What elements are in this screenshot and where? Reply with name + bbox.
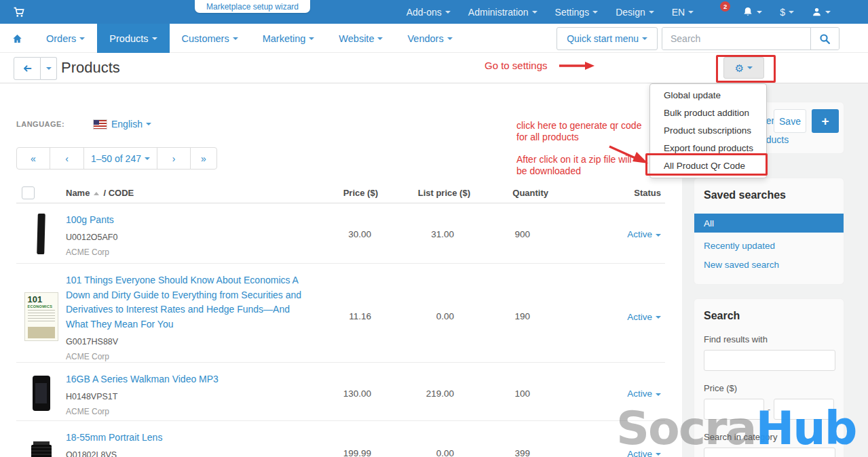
annotation-zip-note: After click on it a zip file will be dow… xyxy=(516,154,632,177)
add-product-button[interactable]: + xyxy=(812,109,839,133)
account-menu[interactable] xyxy=(812,7,831,17)
column-header-price[interactable]: Price ($) xyxy=(320,188,378,198)
product-image-book[interactable]: 101 ECONOMICS xyxy=(16,292,66,341)
column-header-name-code[interactable]: Name/ CODE xyxy=(66,188,320,198)
arrow-left-icon xyxy=(22,63,33,74)
menu-item-bulk-product-addition[interactable]: Bulk product addition xyxy=(650,104,766,121)
nav-item-orders[interactable]: Orders xyxy=(34,24,97,53)
chevron-down-icon xyxy=(532,11,537,14)
chevron-down-icon xyxy=(642,37,647,40)
book-cover-number: 101 xyxy=(28,295,55,304)
product-link[interactable]: 18-55mm Portrait Lens xyxy=(66,431,314,445)
topbar-item-addons[interactable]: Add-ons xyxy=(407,7,451,18)
product-quantity[interactable]: 190 xyxy=(470,311,548,321)
pagination-prev-button[interactable]: ‹ xyxy=(50,147,84,170)
product-company: ACME Corp xyxy=(66,407,314,416)
notification-badge: 2 xyxy=(720,1,730,12)
select-all-checkbox[interactable] xyxy=(22,186,35,199)
product-quantity[interactable]: 399 xyxy=(470,448,548,457)
chevron-down-icon xyxy=(649,11,654,14)
product-image-pants[interactable] xyxy=(16,214,66,254)
product-list-price[interactable]: 31.00 xyxy=(378,229,470,239)
status-dropdown[interactable]: Active xyxy=(627,449,661,457)
product-image-walkman[interactable] xyxy=(16,376,66,411)
pagination-first-button[interactable]: « xyxy=(16,147,50,170)
product-list-price[interactable]: 219.00 xyxy=(378,389,470,399)
table-header: Name/ CODE Price ($) List price ($) Quan… xyxy=(16,183,665,203)
saved-search-recently-updated[interactable]: Recently updated xyxy=(694,237,844,256)
product-quantity[interactable]: 900 xyxy=(470,229,548,239)
orders-label: Orders xyxy=(46,33,76,44)
price-to-input[interactable] xyxy=(774,399,834,420)
product-link[interactable]: 16GB A Series Walkman Video MP3 xyxy=(66,372,314,387)
gear-settings-button[interactable]: ⚙ xyxy=(723,57,764,79)
lens-body xyxy=(31,445,52,457)
notification-center-button[interactable]: 2 xyxy=(711,5,725,19)
pants-thumb xyxy=(37,214,45,254)
find-results-input[interactable] xyxy=(704,350,835,371)
nav-item-customers[interactable]: Customers xyxy=(170,24,250,53)
status-dropdown[interactable]: Active xyxy=(627,312,661,322)
cart-icon[interactable] xyxy=(10,5,27,20)
search-button[interactable] xyxy=(810,28,839,49)
nav-item-website[interactable]: Website xyxy=(326,24,395,53)
chevron-down-icon xyxy=(688,11,694,14)
marketplace-setup-wizard-button[interactable]: Marketplace setup wizard xyxy=(195,0,310,13)
nav-item-marketing[interactable]: Marketing xyxy=(250,24,327,53)
chevron-down-icon xyxy=(309,37,314,40)
chevron-down-icon xyxy=(233,37,238,40)
product-list-price[interactable]: 0.00 xyxy=(378,311,470,321)
design-label: Design xyxy=(616,7,645,18)
topbar-menu: Add-ons Administration Settings Design E… xyxy=(407,0,831,24)
menu-item-global-update[interactable]: Global update xyxy=(650,86,766,104)
menu-item-export-found-products[interactable]: Export found products xyxy=(650,139,766,157)
category-input[interactable] xyxy=(704,448,835,457)
product-list-price[interactable]: 0.00 xyxy=(378,448,470,457)
language-selector[interactable]: English xyxy=(111,119,151,130)
status-label: Active xyxy=(627,449,652,457)
menu-item-product-subscriptions[interactable]: Product subscriptions xyxy=(650,121,766,139)
status-dropdown[interactable]: Active xyxy=(627,389,661,399)
topbar-item-settings[interactable]: Settings xyxy=(555,7,599,18)
column-header-list-price[interactable]: List price ($) xyxy=(378,188,470,198)
pagination-range-dropdown[interactable]: 1–50 of 247 xyxy=(83,147,157,170)
chevron-down-icon xyxy=(825,11,831,14)
topbar-item-administration[interactable]: Administration xyxy=(468,7,537,18)
status-dropdown[interactable]: Active xyxy=(627,229,661,239)
saved-search-all[interactable]: All xyxy=(694,214,844,233)
pagination-next-button[interactable]: › xyxy=(157,147,191,170)
currency-menu[interactable]: $ xyxy=(780,7,794,18)
wizard-label: Marketplace setup wizard xyxy=(206,2,299,12)
save-button[interactable]: Save xyxy=(774,109,806,133)
column-header-status: Status xyxy=(548,188,665,198)
search-input[interactable] xyxy=(662,28,810,49)
product-price[interactable]: 11.16 xyxy=(320,311,378,321)
nav-item-vendors[interactable]: Vendors xyxy=(395,24,464,53)
quick-start-menu-button[interactable]: Quick start menu xyxy=(556,27,658,50)
book-thumb: 101 ECONOMICS xyxy=(24,292,58,341)
product-price[interactable]: 130.00 xyxy=(320,389,378,399)
saved-search-new[interactable]: New saved search xyxy=(694,256,844,275)
product-price[interactable]: 30.00 xyxy=(320,229,378,239)
settings-label: Settings xyxy=(555,7,590,18)
back-history-dropdown[interactable] xyxy=(41,57,57,80)
home-button[interactable] xyxy=(0,24,34,53)
topbar-item-design[interactable]: Design xyxy=(616,7,654,18)
language-switcher[interactable]: EN xyxy=(672,7,694,18)
price-from-input[interactable] xyxy=(704,399,764,420)
back-button[interactable] xyxy=(14,57,41,80)
product-link[interactable]: 100g Pants xyxy=(66,213,314,228)
product-image-lens[interactable] xyxy=(16,441,66,457)
column-header-quantity[interactable]: Quantity xyxy=(470,188,548,198)
nav-item-products[interactable]: Products xyxy=(97,24,169,53)
product-quantity[interactable]: 100 xyxy=(470,389,548,399)
product-link[interactable]: 101 Things Everyone Should Know About Ec… xyxy=(66,273,314,332)
product-price[interactable]: 199.99 xyxy=(320,448,378,457)
chevron-down-icon xyxy=(46,67,52,70)
gauge-icon: 2 xyxy=(711,5,725,19)
alerts-menu[interactable] xyxy=(742,7,762,17)
pagination-last-button[interactable]: » xyxy=(190,147,217,170)
book-cover-lines xyxy=(28,310,55,323)
qr-note-line1: click here to generate qr code xyxy=(516,120,641,132)
menu-item-all-product-qr-code[interactable]: All Product Qr Code xyxy=(650,157,766,174)
